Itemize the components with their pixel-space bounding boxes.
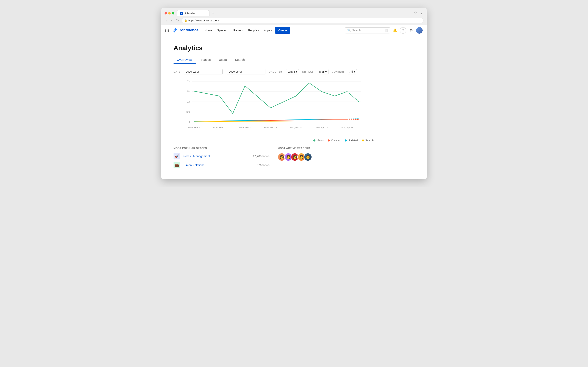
updated-dot	[345, 140, 347, 142]
confluence-logo[interactable]: Confluence	[173, 28, 199, 33]
svg-text:Mon, Apr 13: Mon, Apr 13	[315, 126, 328, 129]
svg-text:1k: 1k	[187, 100, 190, 103]
svg-text:Mon, Mar 30: Mon, Mar 30	[290, 126, 302, 129]
date-filter-label: DATE	[173, 70, 181, 73]
bookmark-icon[interactable]: ☆	[414, 11, 417, 16]
space-item: 🚀 Product Management 12,208 views	[173, 153, 269, 159]
search-dot	[362, 140, 364, 142]
space-name-product[interactable]: Product Management	[182, 155, 250, 158]
nav-apps[interactable]: Apps ▾	[262, 27, 274, 34]
nav-spaces[interactable]: Spaces ▾	[215, 27, 231, 34]
views-label: Views	[317, 139, 324, 142]
url-text: https://www.atlassian.com	[189, 19, 219, 22]
most-active-readers: MOST ACTIVE READERS 👩 👩 👩 👩	[278, 147, 374, 171]
bottom-section: MOST POPULAR SPACES 🚀 Product Management…	[173, 147, 374, 171]
chart-container: 2k 1.5k 1k 500 0 Mon, Feb 3 Mon, Feb 17 …	[173, 79, 374, 142]
main-content: Analytics Overreview Spaces Users Search…	[161, 36, 386, 179]
svg-text:1.5k: 1.5k	[185, 90, 190, 93]
svg-text:Mon, Apr 27: Mon, Apr 27	[341, 126, 353, 129]
top-nav: Confluence Home Spaces ▾ Pages ▾ People …	[161, 25, 427, 36]
new-tab-button[interactable]: +	[210, 10, 216, 16]
group-by-label: GROUP BY	[269, 70, 283, 73]
most-popular-spaces: MOST POPULAR SPACES 🚀 Product Management…	[173, 147, 269, 171]
create-button[interactable]: Create	[275, 27, 290, 34]
space-item-2: 💼 Human Relations 976 views	[173, 162, 269, 168]
tab-overview[interactable]: Overreview	[173, 56, 196, 64]
svg-text:500: 500	[186, 110, 190, 113]
content-label: CONTENT	[332, 70, 345, 73]
lock-icon: 🔒	[184, 19, 187, 22]
space-name-hr[interactable]: Human Relations	[182, 164, 254, 167]
tab-users[interactable]: Users	[216, 56, 230, 64]
minimize-button[interactable]	[168, 12, 171, 15]
legend-search: Search	[362, 139, 374, 142]
main-nav: Home Spaces ▾ Pages ▾ People ▾ Apps ▾	[203, 27, 341, 34]
search-icon: 🔍	[347, 29, 351, 32]
group-by-dropdown[interactable]: Week ▾	[286, 69, 299, 75]
legend-updated: Updated	[345, 139, 358, 142]
views-dot	[313, 140, 315, 142]
group-by-arrow: ▾	[296, 70, 297, 73]
updated-label: Updated	[348, 139, 358, 142]
browser-menu-icon[interactable]: ⋮	[419, 11, 424, 16]
address-bar[interactable]: 🔒 https://www.atlassian.com	[182, 18, 424, 23]
settings-button[interactable]: ⚙	[408, 27, 415, 34]
analytics-tabs: Overreview Spaces Users Search	[173, 56, 374, 64]
readers-avatars: 👩 👩 👩 👩 👨	[278, 153, 374, 161]
svg-text:0: 0	[189, 121, 190, 124]
display-dropdown[interactable]: Total ▾	[317, 69, 329, 75]
global-search-bar[interactable]: 🔍 Search /	[345, 27, 390, 33]
date-separator: -	[224, 70, 225, 73]
reload-button[interactable]: ↻	[175, 18, 180, 23]
popular-spaces-title: MOST POPULAR SPACES	[173, 147, 269, 150]
browser-toolbar: ▲ Atlassian + ☆ ⋮ ‹ › ↻ 🔒 https://www.at…	[161, 8, 427, 25]
tab-title: Atlassian	[185, 12, 196, 15]
reader-avatar-5[interactable]: 👨	[304, 153, 312, 161]
tab-favicon: ▲	[180, 12, 183, 15]
filters-row: DATE - GROUP BY Week ▾ DISPLAY Total ▾ C…	[173, 69, 374, 75]
page-title: Analytics	[173, 44, 374, 52]
nav-people[interactable]: People ▾	[246, 27, 261, 34]
display-label: DISPLAY	[302, 70, 313, 73]
space-views-product: 12,208 views	[253, 155, 269, 158]
browser-window: ▲ Atlassian + ☆ ⋮ ‹ › ↻ 🔒 https://www.at…	[161, 8, 427, 179]
maximize-button[interactable]	[172, 12, 174, 15]
nav-right: 🔍 Search / 🔔 ? ⚙	[345, 27, 423, 34]
svg-text:Mon, Feb 3: Mon, Feb 3	[188, 126, 200, 129]
apps-dropdown-arrow: ▾	[271, 29, 272, 31]
back-button[interactable]: ‹	[164, 18, 168, 23]
spaces-dropdown-arrow: ▾	[227, 29, 228, 31]
nav-home[interactable]: Home	[203, 27, 214, 34]
people-dropdown-arrow: ▾	[258, 29, 259, 31]
nav-pages[interactable]: Pages ▾	[231, 27, 245, 34]
content-arrow: ▾	[354, 70, 355, 73]
apps-grid-icon[interactable]	[165, 29, 169, 32]
svg-text:2k: 2k	[187, 80, 190, 83]
content-dropdown[interactable]: All ▾	[348, 69, 357, 75]
search-shortcut: /	[385, 29, 388, 32]
close-button[interactable]	[164, 12, 167, 15]
svg-text:Mon, Mar 16: Mon, Mar 16	[264, 126, 277, 129]
space-icon-hr: 💼	[173, 162, 180, 168]
help-button[interactable]: ?	[400, 27, 406, 34]
svg-text:Mon, Feb 17: Mon, Feb 17	[213, 126, 226, 129]
address-bar-row: ‹ › ↻ 🔒 https://www.atlassian.com	[164, 18, 424, 25]
date-from-input[interactable]	[184, 69, 223, 75]
analytics-chart: 2k 1.5k 1k 500 0 Mon, Feb 3 Mon, Feb 17 …	[173, 79, 374, 136]
search-label: Search	[365, 139, 374, 142]
pages-dropdown-arrow: ▾	[242, 29, 243, 31]
chart-legend: Views Created Updated Search	[173, 139, 374, 142]
created-label: Created	[331, 139, 340, 142]
date-to-input[interactable]	[227, 69, 265, 75]
tab-spaces[interactable]: Spaces	[197, 56, 214, 64]
app-content: Confluence Home Spaces ▾ Pages ▾ People …	[161, 25, 427, 179]
user-avatar[interactable]	[416, 27, 423, 34]
notifications-button[interactable]: 🔔	[392, 27, 398, 34]
space-views-hr: 976 views	[257, 164, 269, 167]
display-arrow: ▾	[325, 70, 327, 73]
active-readers-title: MOST ACTIVE READERS	[278, 147, 374, 150]
traffic-lights	[164, 12, 174, 15]
browser-tab[interactable]: ▲ Atlassian	[177, 10, 209, 16]
forward-button[interactable]: ›	[170, 18, 173, 23]
tab-search[interactable]: Search	[232, 56, 248, 64]
